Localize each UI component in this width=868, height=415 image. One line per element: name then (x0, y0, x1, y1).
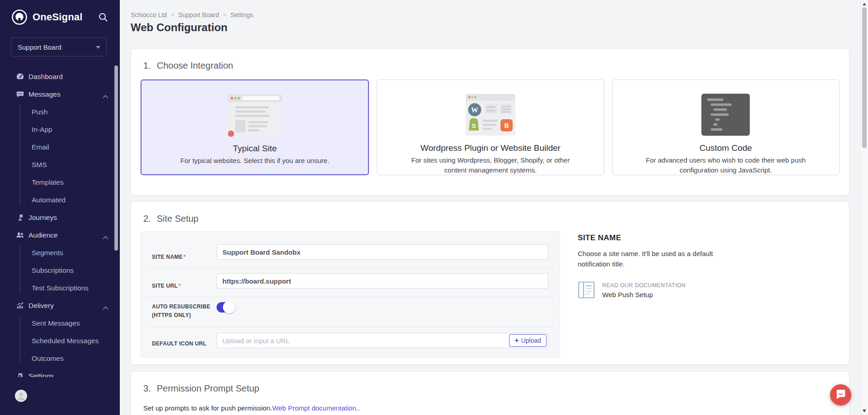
sidebar-item-dashboard[interactable]: Dashboard (0, 68, 120, 85)
scroll-down-arrow-icon[interactable] (863, 410, 866, 412)
sidebar-item-messages[interactable]: Messages (0, 85, 120, 103)
svg-text:S: S (472, 122, 476, 129)
sidebar-item-label: Audience (28, 231, 58, 239)
sidebar-scrollbar-thumb[interactable] (114, 65, 118, 251)
section-label: Choose Integration (157, 61, 233, 71)
breadcrumb-org[interactable]: Schiocco Ltd (131, 11, 167, 19)
permission-prompt-section: 3. Permission Prompt Setup Set up prompt… (131, 371, 849, 415)
main-content: Schiocco Ltd > Support Board > Settings … (120, 0, 868, 415)
sidebar-item-label: Outcomes (32, 354, 64, 363)
upload-button[interactable]: + Upload (509, 334, 547, 347)
section-title: 2. Site Setup (143, 214, 198, 224)
site-url-label: SITE URL* (152, 283, 181, 289)
integration-card-description: For advanced users who wish to code thei… (635, 155, 816, 175)
sidebar-item-label: Test Subscriptions (32, 284, 89, 292)
form-row-divider (147, 267, 553, 268)
sidebar-item-label: Subscriptions (32, 266, 74, 275)
brand-header: OneSignal (11, 8, 112, 27)
sidebar-item-label: Scheduled Messages (32, 337, 99, 345)
svg-text:B: B (504, 122, 509, 129)
user-avatar[interactable] (15, 390, 27, 402)
sidebar-item-label: Push (32, 108, 47, 116)
gauge-icon (15, 72, 24, 81)
sidebar: OneSignal Support Board Dashboard Messag… (0, 0, 120, 415)
sidebar-item-segments[interactable]: Segments (0, 244, 120, 261)
sidebar-item-label: Dashboard (28, 73, 63, 81)
chevron-up-icon (103, 233, 108, 241)
app-selector-value: Support Board (18, 43, 61, 51)
form-row-divider (147, 327, 553, 327)
help-heading: SITE NAME (578, 233, 772, 242)
default-icon-url-input[interactable] (217, 333, 548, 348)
svg-text:W: W (471, 106, 478, 114)
site-name-label: SITE NAME* (152, 254, 186, 260)
site-setup-form: SITE NAME* SITE URL* AUTO RESUBSCRIBE (H… (141, 231, 560, 358)
sidebar-item-label: Email (32, 143, 49, 151)
sidebar-item-test-subscriptions[interactable]: Test Subscriptions (0, 279, 120, 297)
browser-window-illustration (142, 92, 368, 142)
caret-down-icon (96, 46, 100, 49)
sidebar-item-label: Sent Messages (32, 319, 80, 327)
search-icon[interactable] (97, 11, 109, 23)
integration-card-description: For typical websites. Select this if you… (164, 156, 345, 166)
auto-resubscribe-toggle[interactable] (217, 302, 234, 312)
sidebar-item-label: Automated (32, 196, 66, 204)
sidebar-item-sent-messages[interactable]: Sent Messages (0, 314, 120, 332)
gear-icon (15, 372, 24, 378)
sidebar-item-label: SMS (32, 161, 47, 169)
site-url-input[interactable] (217, 273, 548, 289)
section-label: Site Setup (157, 214, 198, 224)
site-name-help-panel: SITE NAME Choose a site name. It'll be u… (578, 233, 772, 299)
scroll-up-arrow-icon[interactable] (863, 3, 866, 5)
page-scrollbar-thumb[interactable] (862, 7, 867, 148)
documentation-book-icon (578, 281, 595, 299)
sidebar-nav: Dashboard Messages Push In-App Email SMS… (0, 68, 120, 377)
site-name-input[interactable] (217, 244, 548, 260)
required-marker: * (184, 254, 186, 260)
flag-icon (15, 213, 24, 222)
integration-card-typical-site[interactable]: Typical Site For typical websites. Selec… (141, 79, 369, 175)
integration-card-description: For sites using Wordpress, Blogger, Shop… (400, 155, 581, 175)
section-number: 3. (143, 383, 151, 394)
section-number: 2. (143, 214, 151, 224)
sidebar-item-scheduled-messages[interactable]: Scheduled Messages (0, 332, 120, 350)
breadcrumb-current: Settings (231, 11, 254, 19)
sidebar-item-delivery[interactable]: Delivery (0, 297, 120, 314)
toggle-knob (223, 301, 235, 313)
chat-bubble-smile-icon (835, 388, 846, 401)
sidebar-item-outcomes[interactable]: Outcomes (0, 350, 120, 367)
section-number: 1. (143, 61, 151, 71)
integration-card-wordpress[interactable]: W S B Wordpress Plugin or Websi (377, 79, 604, 175)
permission-prompt-body: Set up prompts to ask for push permissio… (143, 404, 360, 412)
form-row-divider (147, 297, 553, 297)
sidebar-item-automated[interactable]: Automated (0, 191, 120, 209)
onesignal-bell-logo-icon[interactable] (11, 9, 28, 26)
breadcrumb-app[interactable]: Support Board (178, 11, 219, 19)
sidebar-item-in-app[interactable]: In-App (0, 121, 120, 138)
integration-card-custom-code[interactable]: Custom Code For advanced users who wish … (612, 79, 840, 175)
sidebar-item-templates[interactable]: Templates (0, 173, 120, 191)
sidebar-item-settings[interactable]: Settings (0, 367, 120, 377)
sidebar-item-sms[interactable]: SMS (0, 156, 120, 173)
integration-card-title: Wordpress Plugin or Website Builder (377, 143, 604, 153)
app-selector-dropdown[interactable]: Support Board (11, 37, 107, 56)
section-title: 1. Choose Integration (143, 61, 233, 71)
sidebar-item-subscriptions[interactable]: Subscriptions (0, 261, 120, 279)
web-push-setup-link[interactable]: Web Push Setup (602, 291, 686, 298)
page-scrollbar (860, 0, 868, 415)
section-label: Permission Prompt Setup (157, 383, 259, 394)
choose-integration-section: 1. Choose Integration (131, 48, 849, 196)
breadcrumb-separator: > (223, 12, 226, 18)
sidebar-item-audience[interactable]: Audience (0, 226, 120, 244)
chat-support-button[interactable] (830, 384, 851, 406)
people-icon (15, 231, 24, 240)
code-editor-illustration (613, 92, 839, 141)
sidebar-item-push[interactable]: Push (0, 103, 120, 121)
sidebar-item-email[interactable]: Email (0, 138, 120, 156)
brand-name: OneSignal (33, 11, 83, 23)
cms-logos-illustration: W S B (377, 92, 604, 141)
documentation-row: READ OUR DOCUMENTATION Web Push Setup (578, 281, 772, 299)
sidebar-item-journeys[interactable]: Journeys (0, 209, 120, 226)
web-prompt-documentation-link[interactable]: Web Prompt documentation.. (272, 404, 360, 412)
default-icon-url-label: DEFAULT ICON URL (152, 340, 207, 347)
